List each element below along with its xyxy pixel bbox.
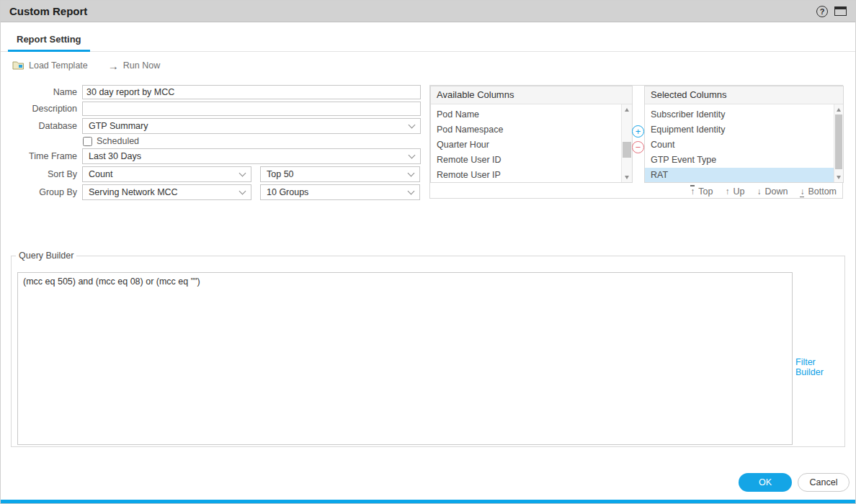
move-top-button[interactable]: ↑ Top xyxy=(690,186,713,197)
toolbar: Load Template → Run Now xyxy=(1,52,855,79)
ok-button[interactable]: OK xyxy=(739,473,792,492)
column-item[interactable]: Pod Namespace xyxy=(431,122,621,138)
query-builder-section: Query Builder (mcc eq 505) and (mcc eq 0… xyxy=(11,251,845,447)
name-label: Name xyxy=(1,87,82,97)
chevron-down-icon xyxy=(409,121,416,128)
column-item[interactable]: Equipment Identity xyxy=(645,122,834,138)
column-item[interactable]: Quarter Hour xyxy=(431,138,621,153)
description-input[interactable] xyxy=(82,102,421,116)
tabs-row: Report Setting xyxy=(1,22,855,52)
available-columns-list: Pod NamePod NamespaceQuarter HourRemote … xyxy=(431,104,621,182)
available-columns-panel: Available Columns Pod NamePod NamespaceQ… xyxy=(430,86,633,183)
titlebar-icons: ? xyxy=(816,6,847,17)
move-down-label: Down xyxy=(764,186,788,197)
scrollbar-thumb[interactable] xyxy=(835,114,842,169)
group-by-value: Serving Network MCC xyxy=(89,187,178,197)
column-item[interactable]: GTP Event Type xyxy=(645,153,834,168)
move-up-label: Up xyxy=(733,186,744,197)
scrollbar-thumb[interactable] xyxy=(623,142,631,158)
time-frame-select[interactable]: Last 30 Days xyxy=(82,148,421,164)
move-bottom-button[interactable]: ↓ Bottom xyxy=(800,186,837,197)
run-now-icon: → xyxy=(108,60,119,71)
group-by-label: Group By xyxy=(1,187,82,197)
load-template-button[interactable]: Load Template xyxy=(12,60,88,72)
scroll-up-icon[interactable] xyxy=(622,105,632,114)
column-item[interactable]: Remote User IP xyxy=(431,168,621,182)
bottom-accent-bar xyxy=(1,500,855,503)
group-by-select[interactable]: Serving Network MCC xyxy=(82,184,251,200)
column-item[interactable]: Pod Name xyxy=(431,107,621,122)
group-by-limit-value: 10 Groups xyxy=(267,187,308,197)
move-down-button[interactable]: ↓ Down xyxy=(757,186,788,197)
database-label: Database xyxy=(1,121,82,131)
sort-by-select[interactable]: Count xyxy=(82,166,251,182)
scheduled-label: Scheduled xyxy=(97,136,139,146)
move-up-button[interactable]: ↑ Up xyxy=(725,186,744,197)
time-frame-value: Last 30 Days xyxy=(89,151,141,161)
available-columns-scrollbar[interactable] xyxy=(621,104,632,182)
sort-by-label: Sort By xyxy=(1,169,82,179)
sort-by-limit-select[interactable]: Top 50 xyxy=(260,166,420,182)
scroll-up-icon[interactable] xyxy=(834,105,843,114)
sort-by-value: Count xyxy=(89,169,112,179)
database-value: GTP Summary xyxy=(89,121,148,131)
filter-builder-link[interactable]: Filter Builder xyxy=(795,357,844,377)
selected-columns-scrollbar[interactable] xyxy=(834,104,843,182)
query-input[interactable]: (mcc eq 505) and (mcc eq 08) or (mcc eq … xyxy=(17,272,793,445)
column-item[interactable]: Count xyxy=(645,138,834,153)
arrow-to-bottom-icon: ↓ xyxy=(800,187,804,196)
arrow-down-icon: ↓ xyxy=(757,187,761,196)
database-select[interactable]: GTP Summary xyxy=(82,118,421,134)
chevron-down-icon xyxy=(409,151,416,158)
window-icon[interactable] xyxy=(834,6,847,16)
move-bottom-label: Bottom xyxy=(808,186,837,197)
custom-report-dialog: Custom Report ? Report Setting Load Temp… xyxy=(0,0,856,504)
chevron-down-icon xyxy=(408,187,415,194)
column-item[interactable]: RAT xyxy=(645,168,834,182)
run-now-button[interactable]: → Run Now xyxy=(108,60,160,71)
scroll-down-icon[interactable] xyxy=(834,173,843,181)
sort-by-limit-value: Top 50 xyxy=(267,169,294,179)
tab-report-setting[interactable]: Report Setting xyxy=(8,29,90,52)
column-item[interactable]: Subscriber Identity xyxy=(645,107,834,122)
selected-columns-list: Subscriber IdentityEquipment IdentityCou… xyxy=(645,104,834,182)
chevron-down-icon xyxy=(239,169,246,176)
name-input[interactable] xyxy=(82,85,421,99)
add-column-button[interactable]: + xyxy=(632,125,644,138)
help-icon[interactable]: ? xyxy=(816,6,828,17)
column-item[interactable]: Remote User ID xyxy=(431,153,621,168)
arrow-to-top-icon: ↑ xyxy=(690,187,695,196)
group-by-limit-select[interactable]: 10 Groups xyxy=(260,184,420,200)
title-bar: Custom Report ? xyxy=(1,1,855,22)
query-builder-legend: Query Builder xyxy=(16,251,76,261)
dialog-title: Custom Report xyxy=(9,5,87,17)
arrow-up-icon: ↑ xyxy=(725,187,729,196)
load-template-label: Load Template xyxy=(29,60,88,71)
chevron-down-icon xyxy=(239,187,246,194)
available-columns-header: Available Columns xyxy=(431,86,632,104)
scroll-down-icon[interactable] xyxy=(622,173,632,181)
report-settings-form: Name Description Database GTP Summary Sc… xyxy=(1,85,421,202)
columns-widget: Available Columns Pod NamePod NamespaceQ… xyxy=(429,85,843,199)
move-buttons-row: ↑ Top ↑ Up ↓ Down ↓ Bottom xyxy=(644,183,837,199)
description-label: Description xyxy=(1,104,82,114)
remove-column-button[interactable]: − xyxy=(632,141,644,153)
time-frame-label: Time Frame xyxy=(1,151,82,161)
selected-columns-panel: Selected Columns Subscriber IdentityEqui… xyxy=(644,86,844,183)
move-top-label: Top xyxy=(698,186,713,197)
selected-columns-header: Selected Columns xyxy=(645,86,843,104)
cancel-button[interactable]: Cancel xyxy=(798,473,850,492)
scheduled-checkbox[interactable] xyxy=(83,137,92,146)
run-now-label: Run Now xyxy=(123,60,160,71)
load-template-icon xyxy=(12,60,24,72)
chevron-down-icon xyxy=(408,169,415,176)
